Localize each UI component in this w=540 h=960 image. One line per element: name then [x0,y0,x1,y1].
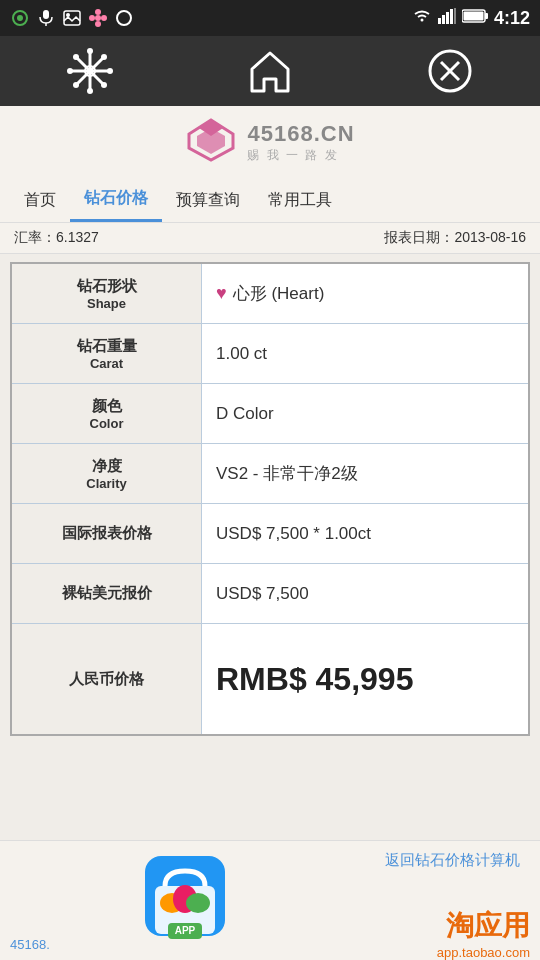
table-row: 颜色 Color D Color [12,384,528,444]
bottom-banner: 返回钻石价格计算机 APP 淘应用 app.taobao.com 45168. [0,840,540,960]
usd-price-label: 裸钻美元报价 [12,564,202,623]
carat-value: 1.00 ct [202,324,528,383]
tab-bar: 首页 钻石价格 预算查询 常用工具 [0,178,540,223]
taobao-label: 淘应用 [446,907,530,945]
tab-tools[interactable]: 常用工具 [254,180,346,221]
tab-home[interactable]: 首页 [10,180,70,221]
close-button[interactable] [420,41,480,101]
return-text[interactable]: 返回钻石价格计算机 [385,851,520,870]
taobao-url: app.taobao.com [437,945,530,960]
image-icon [62,8,82,28]
home-button[interactable] [240,41,300,101]
svg-point-43 [186,893,210,913]
svg-rect-14 [446,12,449,24]
svg-point-31 [73,82,79,88]
intl-price-label: 国际报表价格 [12,504,202,563]
svg-point-1 [17,15,23,21]
bottom-45168: 45168. [10,937,50,952]
logo-title: 45168.CN [247,121,354,147]
usd-price-value: USD$ 7,500 [202,564,528,623]
svg-rect-16 [454,8,456,24]
svg-text:APP: APP [175,925,196,936]
table-row: 钻石形状 Shape ♥ 心形 (Heart) [12,264,528,324]
svg-point-29 [101,82,107,88]
rate-bar: 汇率：6.1327 报表日期：2013-08-16 [0,223,540,254]
tab-budget[interactable]: 预算查询 [162,180,254,221]
svg-point-7 [95,9,101,15]
battery-icon [462,9,488,27]
svg-rect-18 [485,13,488,19]
logo-area: 45168.CN 赐 我 一 路 发 [0,106,540,178]
table-row: 净度 Clarity VS2 - 非常干净2级 [12,444,528,504]
svg-point-28 [73,54,79,60]
rmb-price-value: RMB$ 45,995 [202,624,528,734]
shape-value: ♥ 心形 (Heart) [202,264,528,323]
table-row: 裸钻美元报价 USD$ 7,500 [12,564,528,624]
svg-point-27 [107,68,113,74]
circle-icon [114,8,134,28]
flower-icon [88,8,108,28]
logo-text: 45168.CN 赐 我 一 路 发 [247,121,354,164]
app-icon[interactable]: APP [140,851,230,941]
svg-point-9 [89,15,95,21]
status-bar-left [10,8,134,28]
heart-icon: ♥ [216,283,227,304]
svg-point-6 [95,15,101,21]
svg-rect-2 [43,10,49,19]
svg-point-11 [117,11,131,25]
data-table: 钻石形状 Shape ♥ 心形 (Heart) 钻石重量 Carat 1.00 … [10,262,530,736]
table-row: 国际报表价格 USD$ 7,500 * 1.00ct [12,504,528,564]
mic-icon [36,8,56,28]
time-display: 4:12 [494,8,530,29]
svg-rect-19 [463,12,483,21]
intl-price-value: USD$ 7,500 * 1.00ct [202,504,528,563]
svg-rect-15 [450,9,453,24]
svg-rect-13 [442,15,445,24]
report-date: 报表日期：2013-08-16 [384,229,526,247]
table-row: 钻石重量 Carat 1.00 ct [12,324,528,384]
status-bar-right: 4:12 [412,8,530,29]
clarity-value: VS2 - 非常干净2级 [202,444,528,503]
top-nav [0,36,540,106]
svg-point-10 [101,15,107,21]
snowflake-button[interactable] [60,41,120,101]
logo-image [185,118,237,166]
clarity-label: 净度 Clarity [12,444,202,503]
status-bar: 4:12 [0,0,540,36]
rmb-price-label: 人民币价格 [12,624,202,734]
svg-point-8 [95,21,101,27]
logo-subtitle: 赐 我 一 路 发 [247,147,338,164]
exchange-rate: 汇率：6.1327 [14,229,99,247]
color-value: D Color [202,384,528,443]
svg-point-26 [67,68,73,74]
tab-diamond-price[interactable]: 钻石价格 [70,178,162,222]
svg-rect-12 [438,18,441,24]
svg-point-24 [87,48,93,54]
svg-point-30 [101,54,107,60]
shape-label: 钻石形状 Shape [12,264,202,323]
svg-point-25 [87,88,93,94]
table-row: 人民币价格 RMB$ 45,995 [12,624,528,734]
gps-icon [10,8,30,28]
signal-icon [438,8,456,28]
color-label: 颜色 Color [12,384,202,443]
carat-label: 钻石重量 Carat [12,324,202,383]
wifi-icon [412,8,432,28]
